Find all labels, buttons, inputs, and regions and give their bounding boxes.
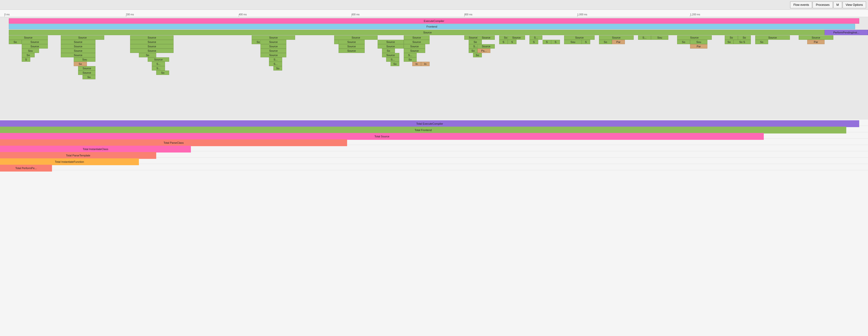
flamegraph-block[interactable]: Source bbox=[148, 57, 169, 62]
flamegraph-block[interactable]: So bbox=[273, 66, 282, 70]
flamegraph-block[interactable]: So bbox=[156, 70, 169, 75]
flamegraph-block[interactable]: S bbox=[529, 40, 538, 44]
flamegraph-block[interactable]: So bbox=[599, 40, 612, 44]
flamegraph-block[interactable]: So bbox=[139, 53, 156, 57]
flamegraph-block[interactable]: So bbox=[74, 62, 87, 66]
flamegraph-block[interactable]: Source bbox=[130, 48, 174, 53]
flamegraph-block[interactable]: Source bbox=[22, 44, 48, 48]
flamegraph-block[interactable]: Source bbox=[9, 30, 846, 35]
flamegraph-block[interactable]: Source bbox=[378, 44, 404, 48]
flamegraph-block[interactable]: Source bbox=[260, 40, 286, 44]
flamegraph-block[interactable]: S... bbox=[269, 62, 282, 66]
flamegraph-block[interactable]: Sou bbox=[74, 57, 95, 62]
flamegraph-block[interactable]: S... bbox=[404, 53, 417, 57]
flamegraph-block[interactable]: So bbox=[469, 48, 477, 53]
flamegraph-block[interactable]: In bbox=[412, 62, 421, 66]
flamegraph-block[interactable]: Sou bbox=[651, 35, 668, 40]
flamegraph-block[interactable]: S... bbox=[638, 35, 651, 40]
flamegraph-block[interactable]: Sou bbox=[22, 48, 39, 53]
flamegraph-block[interactable]: So bbox=[83, 75, 95, 79]
flamegraph-block[interactable]: Source bbox=[404, 44, 426, 48]
flamegraph-block[interactable]: So bbox=[725, 35, 738, 40]
flamegraph-block[interactable]: So bbox=[469, 40, 482, 44]
flamegraph-block[interactable]: Source bbox=[130, 44, 174, 48]
ruler-label: 1,200 ms bbox=[690, 13, 700, 16]
flamegraph-block[interactable]: Source bbox=[61, 35, 104, 40]
flamegraph-block[interactable]: ExecuteCompiler bbox=[9, 18, 860, 24]
flamegraph-block[interactable]: S... bbox=[529, 35, 542, 40]
flamegraph-block[interactable]: S bbox=[542, 40, 551, 44]
flow-events-button[interactable]: Flow events bbox=[790, 1, 812, 8]
flamegraph-block[interactable]: S bbox=[499, 40, 508, 44]
flamegraph-block[interactable]: S... bbox=[152, 66, 165, 70]
flamegraph-block[interactable]: Source bbox=[477, 35, 495, 40]
flamegraph-block[interactable]: Par bbox=[612, 40, 625, 44]
flamegraph-block[interactable]: Source bbox=[22, 40, 48, 44]
flamegraph-block[interactable]: Source bbox=[382, 53, 399, 57]
flamegraph-block[interactable]: So bbox=[677, 40, 690, 44]
flamegraph-block[interactable]: S... bbox=[386, 57, 399, 62]
flamegraph-block[interactable]: Par bbox=[690, 44, 707, 48]
flamegraph-block[interactable]: Source bbox=[339, 40, 365, 44]
flamegraph-block[interactable]: S bbox=[508, 40, 517, 44]
flamegraph-block[interactable]: Source bbox=[260, 44, 286, 48]
flamegraph-block[interactable]: S bbox=[22, 57, 31, 62]
flamegraph-block[interactable]: Source bbox=[61, 40, 95, 44]
flamegraph-block[interactable]: Source bbox=[339, 48, 365, 53]
m-button[interactable]: M bbox=[833, 1, 842, 8]
flamegraph-block[interactable]: Source bbox=[252, 35, 295, 40]
flamegraph-block[interactable]: Source bbox=[799, 35, 833, 40]
flamegraph-block[interactable]: Source bbox=[130, 40, 174, 44]
flamegraph-block[interactable]: So bbox=[755, 40, 768, 44]
flamegraph-block[interactable]: Source bbox=[755, 35, 790, 40]
flamegraph-block[interactable]: S bbox=[582, 40, 590, 44]
processes-button[interactable]: Processes bbox=[813, 1, 833, 8]
summary-row: Total ParseTemplate bbox=[0, 151, 868, 158]
flamegraph-block[interactable]: Source bbox=[477, 44, 495, 48]
flamegraph-block[interactable]: Source bbox=[339, 44, 365, 48]
flamegraph-block[interactable]: Source bbox=[404, 35, 430, 40]
flamegraph-block[interactable]: S... bbox=[152, 62, 165, 66]
view-options-button[interactable]: View Options bbox=[843, 1, 866, 8]
flamegraph-block[interactable]: Source bbox=[78, 66, 95, 70]
flamegraph-block[interactable]: Source bbox=[677, 35, 712, 40]
flamegraph-block[interactable]: Source bbox=[564, 35, 594, 40]
flamegraph-block[interactable]: Source bbox=[78, 70, 95, 75]
flamegraph-block[interactable]: Source bbox=[9, 35, 48, 40]
flamegraph-block[interactable]: Source bbox=[61, 53, 95, 57]
flamegraph-block[interactable]: So bbox=[738, 35, 751, 40]
flamegraph-block[interactable]: S bbox=[551, 40, 560, 44]
flamegraph-block[interactable]: So bbox=[473, 53, 482, 57]
flamegraph-block[interactable]: Source bbox=[404, 48, 426, 53]
flamegraph-block[interactable]: So bbox=[391, 62, 399, 66]
flamegraph-block[interactable]: Source bbox=[378, 40, 404, 44]
flamegraph-block[interactable]: Pa... bbox=[477, 48, 490, 53]
flamegraph-block[interactable]: So bbox=[404, 57, 417, 62]
flamegraph-block[interactable]: Source bbox=[599, 35, 634, 40]
flamegraph-block[interactable]: Sou bbox=[690, 40, 707, 44]
flamegraph-block[interactable]: So bbox=[22, 53, 35, 57]
flamegraph-block[interactable]: Source bbox=[130, 35, 174, 40]
flamegraph-block[interactable]: Source bbox=[61, 48, 95, 53]
ruler-label: 400 ms bbox=[239, 13, 247, 16]
summary-row: Total PerformPe... bbox=[0, 164, 868, 170]
summary-row: Total InstantiateClass bbox=[0, 145, 868, 151]
summary-row: Total Frontend bbox=[0, 126, 868, 132]
flamegraph-block[interactable]: Sou bbox=[564, 40, 582, 44]
flamegraph-block[interactable]: In bbox=[421, 62, 430, 66]
flamegraph-block[interactable]: Source bbox=[61, 44, 95, 48]
summary-bar[interactable]: Total PerformPe... bbox=[0, 165, 52, 172]
flamegraph-block[interactable]: Source bbox=[404, 40, 430, 44]
flamegraph-block[interactable]: So bbox=[382, 48, 395, 53]
flamegraph-block[interactable]: Frontend bbox=[9, 24, 855, 29]
flamegraph-block[interactable]: Source bbox=[334, 35, 378, 40]
flamegraph-block[interactable]: Source bbox=[260, 53, 286, 57]
flamegraph-block[interactable]: So S bbox=[734, 40, 751, 44]
flamegraph-block[interactable]: Source bbox=[508, 35, 525, 40]
flamegraph-block[interactable]: Par bbox=[807, 40, 825, 44]
flamegraph-block[interactable]: Source bbox=[260, 48, 286, 53]
flamegraph-block[interactable]: S... bbox=[269, 57, 282, 62]
flamegraph-block[interactable]: PerformPendingInst... bbox=[825, 30, 868, 35]
flamegraph-block[interactable]: So bbox=[725, 40, 734, 44]
flamegraph-block[interactable]: So bbox=[9, 40, 22, 44]
